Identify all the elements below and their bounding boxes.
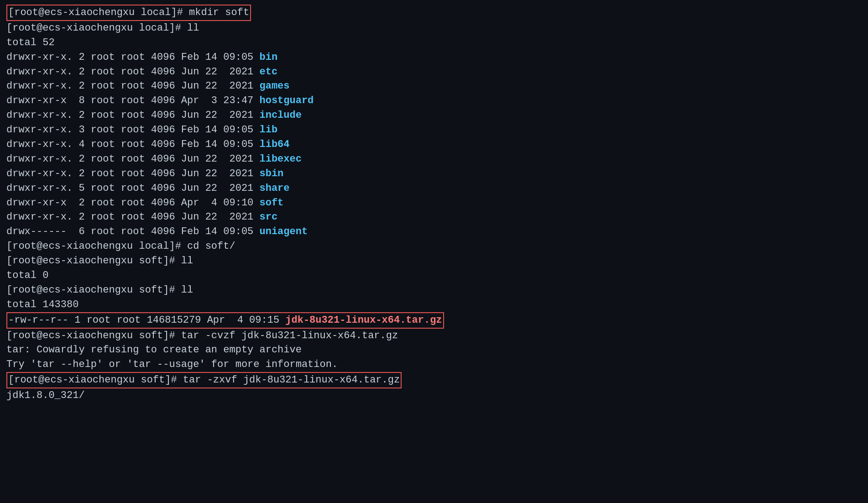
ls-dirname: hostguard [260, 95, 314, 106]
ls-filename: jdk-8u321-linux-x64.tar.gz [285, 314, 442, 326]
ls-prefix: drwxr-xr-x 2 root root 4096 Apr 4 09:10 [6, 197, 260, 209]
terminal-line: Try 'tar --help' or 'tar --usage' for mo… [6, 357, 862, 372]
terminal-line: tar: Cowardly refusing to create an empt… [6, 343, 862, 357]
ls-prefix: drwxr-xr-x. 2 root root 4096 Jun 22 2021 [6, 168, 260, 179]
ls-prefix: drwxr-xr-x. 2 root root 4096 Jun 22 2021 [6, 153, 260, 165]
terminal-line: [root@ecs-xiaochengxu soft]# ll [6, 254, 862, 268]
highlighted-command: [root@ecs-xiaochengxu local]# mkdir soft [6, 5, 251, 21]
ls-prefix: drwxr-xr-x. 2 root root 4096 Jun 22 2021 [6, 110, 260, 121]
highlighted-command: [root@ecs-xiaochengxu soft]# tar -zxvf j… [6, 372, 402, 388]
ls-prefix: drwx------ 6 root root 4096 Feb 14 09:05 [6, 226, 260, 237]
ls-dirname: etc [260, 66, 278, 78]
terminal-line: drwx------ 6 root root 4096 Feb 14 09:05… [6, 225, 862, 239]
ls-prefix: drwxr-xr-x. 3 root root 4096 Feb 14 09:0… [6, 124, 260, 136]
ls-dirname: sbin [260, 168, 284, 179]
terminal-line: jdk1.8.0_321/ [6, 388, 862, 403]
terminal-line: drwxr-xr-x. 2 root root 4096 Jun 22 2021… [6, 167, 862, 181]
terminal-line: total 143380 [6, 298, 862, 312]
terminal-line: [root@ecs-xiaochengxu soft]# tar -zxvf j… [6, 372, 862, 388]
terminal-line: [root@ecs-xiaochengxu local]# ll [6, 21, 862, 36]
terminal-line: drwxr-xr-x. 2 root root 4096 Jun 22 2021… [6, 108, 862, 123]
terminal-line: -rw-r--r-- 1 root root 146815279 Apr 4 0… [6, 312, 862, 329]
ls-prefix: drwxr-xr-x. 5 root root 4096 Jun 22 2021 [6, 183, 260, 194]
ls-dirname: games [260, 80, 290, 92]
ls-prefix: drwxr-xr-x. 2 root root 4096 Jun 22 2021 [6, 66, 260, 78]
terminal-line: drwxr-xr-x. 4 root root 4096 Feb 14 09:0… [6, 137, 862, 152]
terminal-line: drwxr-xr-x 2 root root 4096 Apr 4 09:10 … [6, 196, 862, 210]
terminal-line: drwxr-xr-x. 2 root root 4096 Jun 22 2021… [6, 210, 862, 225]
ls-dirname: soft [260, 197, 284, 209]
ls-dirname: share [260, 183, 290, 194]
ls-dirname: lib [260, 124, 278, 136]
ls-prefix: -rw-r--r-- 1 root root 146815279 Apr 4 0… [8, 314, 285, 326]
terminal-window: [root@ecs-xiaochengxu local]# mkdir soft… [6, 5, 862, 403]
terminal-line: drwxr-xr-x. 2 root root 4096 Jun 22 2021… [6, 152, 862, 167]
highlighted-ls-line: -rw-r--r-- 1 root root 146815279 Apr 4 0… [6, 312, 444, 329]
terminal-line: drwxr-xr-x. 3 root root 4096 Feb 14 09:0… [6, 123, 862, 137]
terminal-line: [root@ecs-xiaochengxu soft]# ll [6, 283, 862, 298]
ls-dirname: libexec [260, 153, 302, 165]
terminal-line: drwxr-xr-x. 2 root root 4096 Jun 22 2021… [6, 79, 862, 94]
terminal-line: total 0 [6, 268, 862, 283]
ls-prefix: drwxr-xr-x. 2 root root 4096 Jun 22 2021 [6, 80, 260, 92]
terminal-line: [root@ecs-xiaochengxu soft]# tar -cvzf j… [6, 329, 862, 343]
terminal-line: drwxr-xr-x 8 root root 4096 Apr 3 23:47 … [6, 94, 862, 108]
ls-dirname: include [260, 110, 302, 121]
terminal-line: drwxr-xr-x. 2 root root 4096 Jun 22 2021… [6, 65, 862, 79]
ls-prefix: drwxr-xr-x. 4 root root 4096 Feb 14 09:0… [6, 139, 260, 150]
terminal-line: total 52 [6, 36, 862, 50]
terminal-line: [root@ecs-xiaochengxu local]# cd soft/ [6, 239, 862, 254]
terminal-line: drwxr-xr-x. 2 root root 4096 Feb 14 09:0… [6, 50, 862, 65]
ls-dirname: src [260, 211, 278, 223]
ls-dirname: bin [260, 52, 278, 63]
ls-dirname: lib64 [260, 139, 290, 150]
terminal-line: drwxr-xr-x. 5 root root 4096 Jun 22 2021… [6, 181, 862, 196]
ls-prefix: drwxr-xr-x. 2 root root 4096 Jun 22 2021 [6, 211, 260, 223]
ls-dirname: uniagent [260, 226, 308, 237]
ls-prefix: drwxr-xr-x. 2 root root 4096 Feb 14 09:0… [6, 52, 260, 63]
ls-prefix: drwxr-xr-x 8 root root 4096 Apr 3 23:47 [6, 95, 260, 106]
terminal-line: [root@ecs-xiaochengxu local]# mkdir soft [6, 5, 862, 21]
